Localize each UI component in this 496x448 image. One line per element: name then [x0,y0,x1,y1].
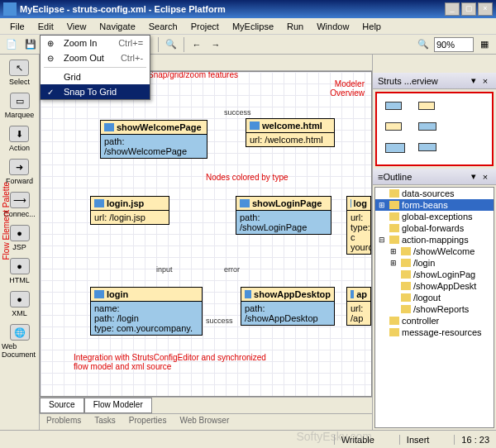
window-title: MyEclipse - struts-config.xml - Eclipse … [20,4,445,14]
bottom-tab-web-browser[interactable]: Web Browser [173,414,236,430]
tree-item-data-sources[interactable]: data-sources [375,188,494,199]
menu-run[interactable]: Run [280,20,310,33]
outline-panel-header: ≡ Outline ▾ × [373,169,496,185]
menu-edit[interactable]: Edit [31,20,60,33]
menu-item-zoom-out[interactable]: ⊖Zoom OutCtrl+- [41,50,150,65]
flow-node-n4[interactable]: showLoginPagepath:/showLoginPage [236,196,331,235]
minimize-button[interactable]: _ [445,2,460,16]
flow-node-n5[interactable]: logurl:type: cyourcom [346,196,371,255]
perspective-button[interactable]: ▦ [476,36,493,53]
panel-close-icon[interactable]: × [479,172,491,182]
overview-title: Struts ...erview [378,76,468,86]
zoom-icon[interactable]: 🔍 [415,36,432,53]
close-button[interactable]: × [478,2,493,16]
search-button[interactable]: 🔍 [163,36,179,53]
editor-tabs: SourceFlow Modeler [40,397,372,413]
nav-fwd-button[interactable]: → [207,36,224,53]
menu-file[interactable]: File [3,20,31,33]
maximize-button[interactable]: ▢ [461,2,476,16]
annotation-overview: Modeler Overview [315,79,365,98]
flow-node-n8[interactable]: apurl: /ap [346,287,371,326]
menu-myeclipse[interactable]: MyEclipse [226,20,280,33]
flow-node-n3[interactable]: login.jspurl: /login.jsp [90,196,169,225]
flow-node-n2[interactable]: welcome.htmlurl: /welcome.html [246,118,335,147]
editor-tab-flow-modeler[interactable]: Flow Modeler [84,398,152,413]
status-cursor-pos: 16 : 23 [454,435,489,445]
menu-help[interactable]: Help [355,20,388,33]
flow-node-n7[interactable]: showAppDesktoppath:/showAppDesktop [241,287,335,326]
modeler-overview[interactable] [375,92,494,166]
palette-jsp[interactable]: ●JSP [8,223,31,253]
tree-item-global-exceptions[interactable]: global-exceptions [375,211,494,222]
save-button[interactable]: 💾 [22,36,39,53]
tree-item--logout[interactable]: /logout [375,292,494,303]
bottom-tab-problems[interactable]: Problems [40,414,88,430]
tree-item-controller[interactable]: controller [375,315,494,326]
status-bar: Writable Insert 16 : 23 [0,430,496,448]
flow-node-n1[interactable]: showWelcomePagepath: /showWelcomePage [100,120,207,159]
app-icon [3,2,17,16]
bottom-view-tabs: ProblemsTasksPropertiesWeb Browser [40,413,372,430]
status-insert: Insert [399,435,430,445]
edge-label: input [156,265,173,274]
annotation-zoom: Snap/grid/zoom features [148,71,238,79]
menu-item-snap-to-grid[interactable]: ✓Snap To Grid [41,84,150,99]
palette-xml[interactable]: ●XML [8,289,31,319]
edge-label: success [224,108,251,117]
tree-item--showLoginPag[interactable]: /showLoginPag [375,269,494,280]
palette-label: Flow Element Palette [2,182,11,260]
menu-view[interactable]: View [60,20,93,33]
tree-item--showAppDeskt[interactable]: /showAppDeskt [375,280,494,292]
palette-marquee[interactable]: ▭Marquee [3,91,36,121]
nav-back-button[interactable]: ← [188,36,205,53]
zoom-input[interactable] [434,37,474,52]
edge-label: success [206,317,233,325]
tree-item-form-beans[interactable]: ⊞form-beans [375,199,494,211]
menu-item-grid[interactable]: Grid [41,69,150,84]
new-button[interactable]: 📄 [3,36,20,53]
panel-close-icon[interactable]: × [479,76,491,86]
edge-label: error [224,265,240,274]
view-menu-dropdown: ⊕Zoom InCtrl+=⊖Zoom OutCtrl+-Grid✓Snap T… [40,35,150,100]
palette-action[interactable]: ⬇Action [7,124,31,154]
right-panel: Modeler Overview Struts ...erview ▾ × ≡ … [372,55,496,430]
window-titlebar: MyEclipse - struts-config.xml - Eclipse … [0,0,496,18]
tree-item-action-mappings[interactable]: ⊟action-mappings [375,234,494,245]
menu-search[interactable]: Search [142,20,184,33]
bottom-tab-properties[interactable]: Properties [122,414,174,430]
palette-web-document[interactable]: 🌐Web Document [0,322,39,360]
menu-navigate[interactable]: Navigate [93,20,141,33]
window-controls: _ ▢ × [445,2,493,16]
panel-menu-icon[interactable]: ▾ [468,171,479,182]
tree-item-message-resources[interactable]: message-resources [375,326,494,338]
outline-tree[interactable]: data-sources⊞form-beansglobal-exceptions… [374,187,494,428]
overview-panel-header: Struts ...erview ▾ × [373,73,496,89]
status-writable: Writable [334,435,374,445]
annotation-nodes: Nodes colored by type [206,173,289,182]
editor-tab-source[interactable]: Source [40,398,84,413]
flow-canvas[interactable]: Snap/grid/zoom features Nodes colored by… [40,71,372,397]
menu-window[interactable]: Window [310,20,355,33]
menu-item-zoom-in[interactable]: ⊕Zoom InCtrl+= [41,36,150,50]
menu-project[interactable]: Project [184,20,226,33]
tree-item--showWelcome[interactable]: ⊞/showWelcome [375,245,494,257]
palette-html[interactable]: ●HTML [7,256,31,286]
tree-item-global-forwards[interactable]: global-forwards [375,222,494,234]
annotation-integration: Integration with StrutsConfigEditor and … [74,353,272,371]
tree-item--showReports[interactable]: /showReports [375,303,494,315]
flow-element-palette: Flow Element Palette ↖Select▭Marquee⬇Act… [0,55,40,430]
palette-select[interactable]: ↖Select [7,58,31,88]
bottom-tab-tasks[interactable]: Tasks [88,414,122,430]
tree-item--login[interactable]: ⊞/login [375,257,494,269]
menubar: FileEditViewNavigateSearchProjectMyEclip… [0,18,496,35]
panel-menu-icon[interactable]: ▾ [468,75,479,86]
outline-title: Outline [383,172,468,182]
flow-node-n6[interactable]: loginname:path: /logintype: com.yourcomp… [90,287,203,336]
